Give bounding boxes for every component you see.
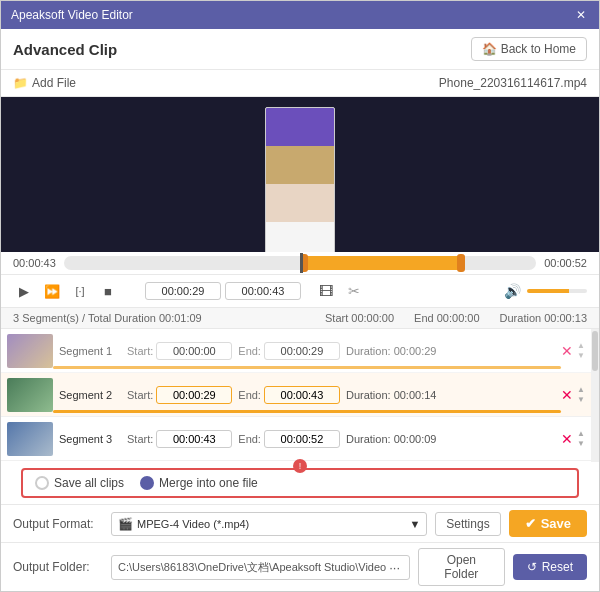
segment-name-2: Segment 2 <box>59 389 127 401</box>
segment-duration-3: Duration: 00:00:09 <box>346 433 437 445</box>
current-file-name: Phone_220316114617.mp4 <box>439 76 587 90</box>
timeline-range <box>300 256 465 270</box>
segment-up-3[interactable]: ▲ <box>577 429 585 439</box>
segment-remove-button-1[interactable]: ✕ <box>561 343 573 359</box>
segment-down-1[interactable]: ▼ <box>577 351 585 361</box>
segments-col-end: End 00:00:00 <box>414 312 479 324</box>
timeline-handle-right[interactable] <box>457 254 465 272</box>
segment-end-group-3: End: <box>238 430 340 448</box>
save-all-radio[interactable] <box>35 476 49 490</box>
film-frame-4 <box>266 222 334 252</box>
timeline-playhead[interactable] <box>300 253 303 273</box>
add-file-icon: 📁 <box>13 76 28 90</box>
segment-start-group-3: Start: <box>127 430 232 448</box>
segment-end-input-2[interactable] <box>264 386 340 404</box>
segments-col-start: Start 00:00:00 <box>325 312 394 324</box>
segment-thumbnail-3 <box>7 422 53 456</box>
timeline-bar: 00:00:43 00:00:52 <box>1 252 599 275</box>
table-row: Segment 1 Start: End: Duration: 00:00:29… <box>1 329 591 373</box>
merge-into-one-option[interactable]: Merge into one file <box>140 476 258 490</box>
volume-slider[interactable] <box>527 289 587 293</box>
segment-name-1: Segment 1 <box>59 345 127 357</box>
end-time-input[interactable] <box>225 282 301 300</box>
segment-start-input-2[interactable] <box>156 386 232 404</box>
start-time-input[interactable] <box>145 282 221 300</box>
format-value: MPEG-4 Video (*.mp4) <box>137 518 249 530</box>
main-window: Apeaksoft Video Editor ✕ Advanced Clip 🏠… <box>0 0 600 592</box>
add-file-button[interactable]: 📁 Add File <box>13 76 76 90</box>
film-icon-button[interactable]: 🎞 <box>315 280 337 302</box>
format-dropdown[interactable]: 🎬 MPEG-4 Video (*.mp4) ▼ <box>111 512 427 536</box>
segment-up-2[interactable]: ▲ <box>577 385 585 395</box>
settings-button[interactable]: Settings <box>435 512 500 536</box>
format-label: Output Format: <box>13 517 103 531</box>
segments-summary-text: 3 Segment(s) / Total Duration 00:01:09 <box>13 312 202 324</box>
video-preview-area <box>1 97 599 252</box>
format-icon: 🎬 <box>118 517 133 531</box>
toolbar: 📁 Add File Phone_220316114617.mp4 <box>1 70 599 97</box>
table-row: Segment 2 Start: End: Duration: 00:00:14… <box>1 373 591 417</box>
close-button[interactable]: ✕ <box>573 7 589 23</box>
segments-list: Segment 1 Start: End: Duration: 00:00:29… <box>1 329 591 462</box>
window-title: Apeaksoft Video Editor <box>11 8 133 22</box>
folder-browse-button[interactable]: ··· <box>386 560 403 575</box>
trim-button[interactable]: [·] <box>69 280 91 302</box>
timeline-start-label: 00:00:43 <box>13 257 56 269</box>
segment-end-input-1[interactable] <box>264 342 340 360</box>
segment-arrows-1: ▲ ▼ <box>577 341 585 361</box>
segment-up-1[interactable]: ▲ <box>577 341 585 351</box>
segment-arrows-2: ▲ ▼ <box>577 385 585 405</box>
folder-path-text: C:\Users\86183\OneDrive\文档\Apeaksoft Stu… <box>118 560 386 575</box>
merge-label: Merge into one file <box>159 476 258 490</box>
output-format-row: Output Format: 🎬 MPEG-4 Video (*.mp4) ▼ … <box>1 504 599 542</box>
merge-radio[interactable] <box>140 476 154 490</box>
segment-name-3: Segment 3 <box>59 433 127 445</box>
table-row: Segment 3 Start: End: Duration: 00:00:09… <box>1 417 591 461</box>
segment-start-group-1: Start: <box>127 342 232 360</box>
save-all-label: Save all clips <box>54 476 124 490</box>
header: Advanced Clip 🏠 Back to Home <box>1 29 599 70</box>
segment-end-group-1: End: <box>238 342 340 360</box>
film-frame-2 <box>266 146 334 184</box>
segment-remove-button-2[interactable]: ✕ <box>561 387 573 403</box>
segments-col-dur: Duration 00:00:13 <box>500 312 587 324</box>
notification-badge: ! <box>293 459 307 473</box>
segment-start-input-1[interactable] <box>156 342 232 360</box>
folder-label: Output Folder: <box>13 560 103 574</box>
segment-down-3[interactable]: ▼ <box>577 439 585 449</box>
page-title: Advanced Clip <box>13 41 117 58</box>
segment-duration-1: Duration: 00:00:29 <box>346 345 437 357</box>
segment-end-input-3[interactable] <box>264 430 340 448</box>
segment-thumbnail-1 <box>7 334 53 368</box>
time-input-group <box>145 282 301 300</box>
scissors-icon-button[interactable]: ✂ <box>343 280 365 302</box>
reset-button[interactable]: ↺ Reset <box>513 554 587 580</box>
play-button[interactable]: ▶ <box>13 280 35 302</box>
segment-end-group-2: End: <box>238 386 340 404</box>
segment-info-1: Segment 1 Start: End: Duration: 00:00:29 <box>59 342 555 360</box>
segment-info-2: Segment 2 Start: End: Duration: 00:00:14 <box>59 386 555 404</box>
back-home-button[interactable]: 🏠 Back to Home <box>471 37 587 61</box>
filmstrip-popup <box>265 107 335 252</box>
open-folder-button[interactable]: Open Folder <box>418 548 505 586</box>
timeline-end-label: 00:00:52 <box>544 257 587 269</box>
segment-start-group-2: Start: <box>127 386 232 404</box>
segment-down-2[interactable]: ▼ <box>577 395 585 405</box>
controls-bar: ▶ ⏩ [·] ■ 🎞 ✂ 🔊 <box>1 275 599 308</box>
home-icon: 🏠 <box>482 42 497 56</box>
save-all-clips-option[interactable]: Save all clips <box>35 476 124 490</box>
segments-summary-header: 3 Segment(s) / Total Duration 00:01:09 S… <box>1 308 599 329</box>
film-frame-1 <box>266 108 334 146</box>
segments-scrollbar[interactable] <box>591 329 599 462</box>
segment-bar-2 <box>53 410 561 413</box>
stop-button[interactable]: ■ <box>97 280 119 302</box>
fast-forward-button[interactable]: ⏩ <box>41 280 63 302</box>
segment-remove-button-3[interactable]: ✕ <box>561 431 573 447</box>
segment-arrows-3: ▲ ▼ <box>577 429 585 449</box>
refresh-icon: ↺ <box>527 560 537 574</box>
timeline-track[interactable] <box>64 256 536 270</box>
segment-start-input-3[interactable] <box>156 430 232 448</box>
title-bar: Apeaksoft Video Editor ✕ <box>1 1 599 29</box>
segment-bar-1 <box>53 366 561 369</box>
save-button[interactable]: ✔ Save <box>509 510 587 537</box>
